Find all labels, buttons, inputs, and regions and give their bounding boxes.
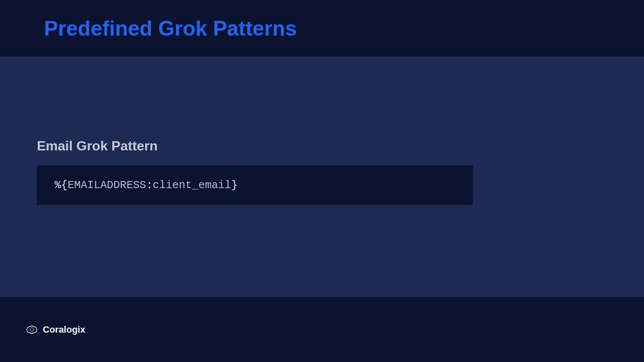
brain-icon: [25, 324, 39, 335]
code-block: %{EMAILADDRESS:client_email}: [37, 165, 473, 205]
page-title: Predefined Grok Patterns: [44, 16, 297, 41]
section-title: Email Grok Pattern: [37, 138, 644, 154]
code-prefix: %{: [55, 179, 68, 191]
code-content: %{EMAILADDRESS:client_email}: [55, 179, 238, 191]
code-field: client_email: [153, 179, 231, 191]
main-content: Email Grok Pattern %{EMAILADDRESS:client…: [0, 57, 644, 205]
code-pattern: EMAILADDRESS: [68, 179, 146, 191]
code-suffix: }: [231, 179, 238, 191]
code-separator: :: [146, 179, 153, 191]
brand-name: Coralogix: [43, 324, 85, 335]
footer: Coralogix: [0, 297, 644, 362]
brand-logo: Coralogix: [25, 324, 85, 335]
header: Predefined Grok Patterns: [0, 0, 644, 57]
